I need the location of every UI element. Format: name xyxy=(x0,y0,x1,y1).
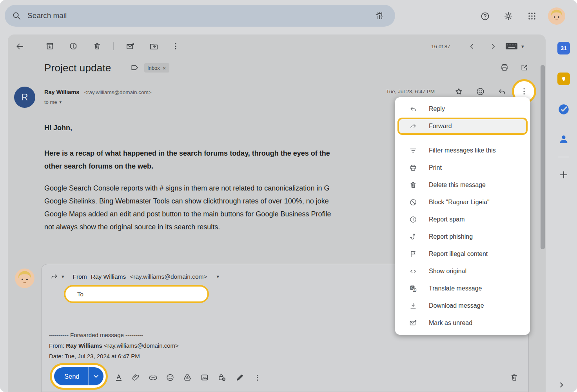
caret-down-icon xyxy=(94,375,98,378)
compose-header-row: ▾ From Ray Williams <ray.williams@domain… xyxy=(50,272,219,281)
sender-avatar[interactable]: R xyxy=(14,87,35,108)
get-addons-button[interactable] xyxy=(555,166,573,184)
forwarded-block: ---------- Forwarded message --------- F… xyxy=(49,330,179,361)
delete-button[interactable] xyxy=(89,38,106,55)
block-icon xyxy=(409,198,417,206)
menu-item-print[interactable]: Print xyxy=(395,159,530,176)
chevron-right-icon xyxy=(489,42,497,50)
insert-photo-button[interactable] xyxy=(196,369,213,386)
send-button[interactable]: Send xyxy=(54,367,103,385)
menu-item-forward[interactable]: Forward xyxy=(397,118,528,135)
contacts-button[interactable] xyxy=(555,130,573,148)
more-compose-button[interactable] xyxy=(249,369,266,386)
older-button[interactable] xyxy=(484,38,502,55)
move-to-button[interactable] xyxy=(145,38,162,55)
settings-button[interactable] xyxy=(500,7,517,25)
search-icon xyxy=(12,11,21,20)
trash-icon xyxy=(510,373,519,382)
menu-item-show-original[interactable]: Show original xyxy=(395,263,530,280)
menu-item-report-phishing[interactable]: Report phishing xyxy=(395,228,530,245)
reply-icon xyxy=(409,105,417,113)
formatting-button[interactable] xyxy=(110,369,127,386)
insert-link-button[interactable] xyxy=(144,369,161,386)
trash-icon xyxy=(409,181,417,189)
calendar-button[interactable]: 31 xyxy=(555,39,573,57)
smiley-icon xyxy=(476,87,485,96)
menu-item-reply[interactable]: Reply xyxy=(395,100,530,118)
gear-icon xyxy=(503,11,513,21)
input-tools-button[interactable]: ▾ xyxy=(505,42,524,51)
report-spam-icon xyxy=(409,216,417,223)
forward-mode-caret-icon: ▾ xyxy=(62,274,64,279)
attach-button[interactable] xyxy=(127,369,144,386)
send-options-button[interactable] xyxy=(89,367,103,385)
menu-item-report-spam[interactable]: Report spam xyxy=(395,211,530,228)
menu-item-download[interactable]: Download message xyxy=(395,297,530,314)
menu-item-mark-unread[interactable]: Mark as unread xyxy=(395,314,530,332)
format-text-icon xyxy=(114,373,123,382)
insert-signature-button[interactable] xyxy=(231,369,248,386)
lock-clock-icon xyxy=(218,373,226,382)
show-side-panel-button[interactable] xyxy=(553,376,570,392)
forward-mode-button[interactable]: ▾ xyxy=(50,272,64,281)
search-input[interactable] xyxy=(27,11,371,20)
sender-name: Ray Williams xyxy=(44,89,79,95)
chevron-left-icon xyxy=(468,42,476,50)
rail-divider xyxy=(558,157,569,157)
insert-emoji-button[interactable] xyxy=(161,369,179,386)
to-field[interactable]: To xyxy=(64,285,209,303)
inbox-label-chip[interactable]: Inbox × xyxy=(144,63,169,73)
menu-item-report-illegal[interactable]: Report illegal content xyxy=(395,245,530,263)
tasks-button[interactable] xyxy=(555,100,573,118)
mark-unread-button[interactable] xyxy=(122,38,139,55)
recipient-dropdown[interactable]: to me ▾ xyxy=(44,99,62,105)
user-memoji-icon xyxy=(548,7,566,25)
email-subject: Project update xyxy=(44,62,111,74)
pagination-text: 16 of 87 xyxy=(431,44,450,49)
code-icon xyxy=(409,267,417,275)
more-vert-icon xyxy=(253,374,261,382)
menu-item-block[interactable]: Block "Ragnar Ligeia" xyxy=(395,194,530,211)
phishing-hook-icon xyxy=(409,233,417,241)
gmail-window: 16 of 87 ▾ Project update Inbox × R Ray … xyxy=(0,0,577,392)
unread-envelope-icon xyxy=(126,42,135,51)
menu-item-filter[interactable]: Filter messages like this xyxy=(395,142,530,159)
help-icon xyxy=(480,11,490,21)
back-button[interactable] xyxy=(11,38,28,55)
toolbar-divider xyxy=(113,42,114,50)
search-options-button[interactable] xyxy=(371,7,388,24)
menu-item-delete[interactable]: Delete this message xyxy=(395,176,530,194)
keep-icon xyxy=(557,73,570,85)
open-in-new-button[interactable] xyxy=(515,59,533,76)
paperclip-icon xyxy=(132,374,140,382)
more-vert-icon xyxy=(520,87,528,96)
tasks-icon xyxy=(557,103,570,116)
help-button[interactable] xyxy=(476,7,494,25)
insert-drive-button[interactable] xyxy=(179,369,196,386)
confidential-mode-button[interactable] xyxy=(213,369,230,386)
menu-gap xyxy=(395,135,530,142)
account-avatar[interactable] xyxy=(548,7,566,27)
keep-button[interactable] xyxy=(555,70,573,88)
apps-button[interactable] xyxy=(523,7,541,25)
chip-close-icon[interactable]: × xyxy=(163,65,166,71)
print-all-button[interactable] xyxy=(496,59,513,76)
forwarded-date-line: Date: Tue, Jul 23, 2024 at 6:47 PM xyxy=(49,351,179,361)
search-bar[interactable] xyxy=(5,5,395,27)
more-toolbar-button[interactable] xyxy=(167,38,184,55)
archive-button[interactable] xyxy=(41,38,58,55)
from-caret-icon[interactable]: ▾ xyxy=(216,274,219,279)
message-context-menu: Reply Forward Filter messages like this … xyxy=(395,97,530,335)
scrollbar-thumb[interactable] xyxy=(541,65,545,249)
menu-item-translate[interactable]: GA Translate message xyxy=(395,280,530,297)
send-button-annotated: Send xyxy=(54,367,103,385)
contacts-icon xyxy=(558,133,570,145)
screenshot-stage: 16 of 87 ▾ Project update Inbox × R Ray … xyxy=(0,0,577,392)
discard-draft-button[interactable] xyxy=(506,369,523,386)
open-in-new-icon xyxy=(520,64,528,72)
newer-button[interactable] xyxy=(463,38,481,55)
body-greeting: Hi John, xyxy=(44,122,72,134)
forward-icon xyxy=(50,272,58,281)
report-spam-button[interactable] xyxy=(65,38,82,55)
plus-icon xyxy=(559,170,569,180)
